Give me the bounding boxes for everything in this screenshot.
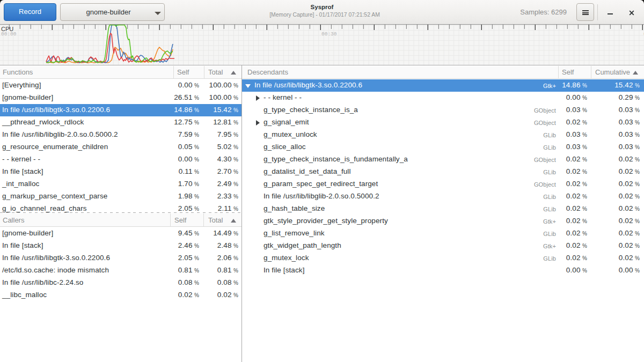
svg-text:00:00: 00:00: [1, 31, 17, 37]
svg-text:00:30: 00:30: [321, 31, 337, 37]
